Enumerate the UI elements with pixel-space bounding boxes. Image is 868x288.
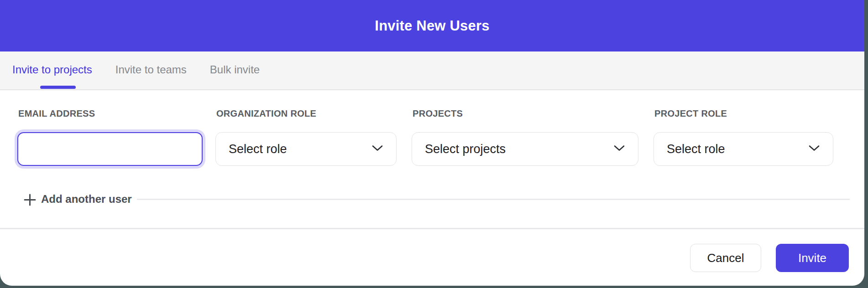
divider <box>137 199 850 200</box>
active-tab-indicator <box>40 86 76 89</box>
modal-header: Invite New Users <box>0 0 864 51</box>
footer-divider <box>0 228 864 229</box>
invite-new-users-modal: Invite New Users Invite to projects Invi… <box>0 0 864 286</box>
chevron-down-icon <box>371 144 383 154</box>
project-role-label: PROJECT ROLE <box>654 108 727 119</box>
project-role-selected-value: Select role <box>667 142 803 156</box>
add-another-user-button[interactable]: Add another user <box>41 193 132 206</box>
email-label: EMAIL ADDRESS <box>18 108 95 119</box>
plus-icon[interactable] <box>24 194 36 208</box>
project-role-select[interactable]: Select role <box>654 132 833 166</box>
projects-label: PROJECTS <box>413 108 463 119</box>
tab-invite-to-projects[interactable]: Invite to projects <box>12 63 92 76</box>
email-input[interactable] <box>17 132 203 166</box>
organization-role-selected-value: Select role <box>229 142 366 156</box>
organization-role-label: ORGANIZATION ROLE <box>216 108 316 119</box>
tab-invite-to-teams[interactable]: Invite to teams <box>115 63 187 76</box>
organization-role-select[interactable]: Select role <box>215 132 397 166</box>
modal-title: Invite New Users <box>375 18 489 34</box>
add-another-user-row: Add another user <box>0 191 864 208</box>
projects-selected-value: Select projects <box>425 142 608 156</box>
cancel-button[interactable]: Cancel <box>690 244 761 272</box>
chevron-down-icon <box>613 144 625 154</box>
tab-bar: Invite to projects Invite to teams Bulk … <box>0 51 864 90</box>
projects-select[interactable]: Select projects <box>412 132 638 166</box>
tab-bulk-invite[interactable]: Bulk invite <box>210 63 260 76</box>
invite-button[interactable]: Invite <box>776 244 849 272</box>
chevron-down-icon <box>808 144 820 154</box>
